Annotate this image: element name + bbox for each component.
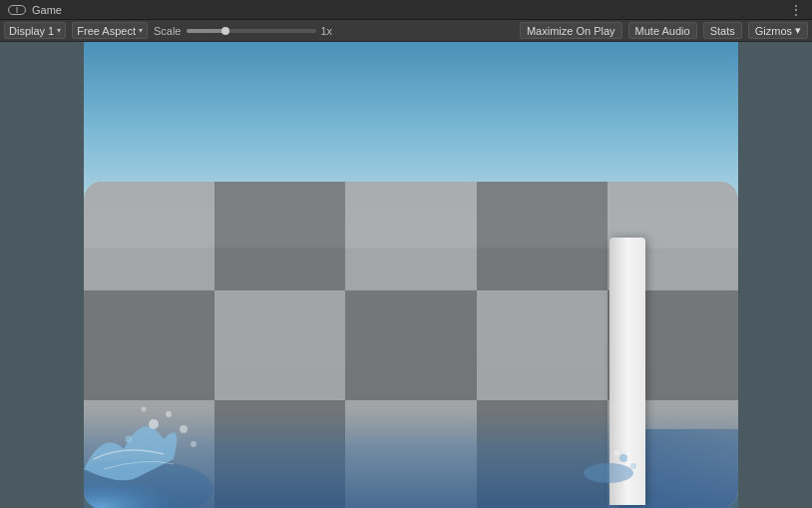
scale-slider-thumb (221, 27, 229, 35)
maximize-on-play-label: Maximize On Play (527, 25, 615, 37)
viewport-bg-right (738, 42, 812, 508)
checker-cell (477, 290, 608, 399)
svg-point-1 (149, 419, 159, 429)
tab-menu-icon[interactable]: ⋮ (789, 2, 804, 18)
svg-point-3 (180, 425, 188, 433)
svg-point-6 (126, 436, 133, 443)
scale-value: 1x (320, 25, 332, 37)
scale-slider-fill (187, 29, 225, 33)
viewport-bg-left (0, 42, 84, 508)
checker-cell (345, 182, 476, 290)
water-splash-left (84, 379, 283, 508)
checker-cell (477, 182, 608, 290)
gizmos-dropdown-arrow: ▾ (795, 24, 801, 37)
scale-slider[interactable] (187, 29, 316, 33)
aspect-dropdown-arrow: ▾ (139, 26, 143, 35)
svg-point-8 (619, 454, 627, 462)
scale-slider-container: 1x (187, 25, 332, 37)
stats-label: Stats (710, 25, 735, 37)
display-dropdown[interactable]: Display 1 ▾ (4, 22, 66, 39)
svg-point-5 (191, 441, 197, 447)
mute-audio-label: Mute Audio (635, 25, 690, 37)
gizmos-label: Gizmos (755, 25, 792, 37)
water-drip-svg (579, 438, 658, 488)
mute-audio-button[interactable]: Mute Audio (628, 22, 697, 39)
display-dropdown-arrow: ▾ (57, 26, 61, 35)
svg-point-9 (630, 463, 636, 469)
svg-point-7 (584, 463, 633, 483)
checker-cell (84, 182, 214, 290)
svg-point-4 (142, 407, 147, 412)
aspect-dropdown-label: Free Aspect (77, 25, 136, 37)
game-tab-icon (8, 5, 26, 15)
svg-point-10 (614, 451, 619, 456)
game-viewport (0, 42, 812, 508)
display-dropdown-label: Display 1 (9, 25, 54, 37)
aspect-dropdown[interactable]: Free Aspect ▾ (72, 22, 148, 39)
scale-label: Scale (154, 25, 182, 37)
svg-point-2 (166, 411, 172, 417)
maximize-on-play-button[interactable]: Maximize On Play (520, 22, 622, 39)
gizmos-button[interactable]: Gizmos ▾ (748, 22, 808, 39)
checker-cell (345, 290, 476, 399)
game-toolbar: Display 1 ▾ Free Aspect ▾ Scale 1x Maxim… (0, 20, 812, 42)
checker-cell (214, 182, 345, 290)
title-bar: Game ⋮ (0, 0, 812, 20)
stats-button[interactable]: Stats (703, 22, 742, 39)
game-tab-label: Game (32, 4, 62, 16)
splash-svg (84, 379, 283, 508)
